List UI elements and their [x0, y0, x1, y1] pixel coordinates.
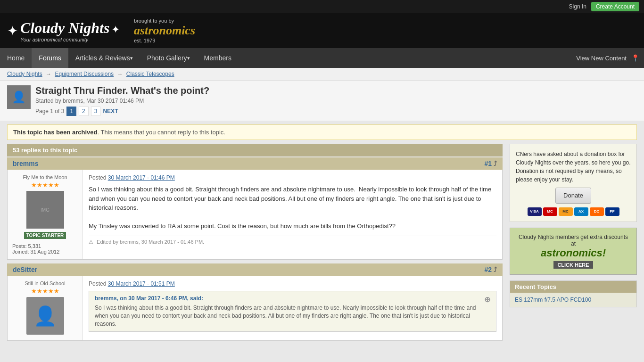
quote-header: bremms, on 30 Mar 2017 - 6:46 PM, said: …	[95, 295, 490, 302]
post-2-date-link[interactable]: 30 March 2017 - 01:51 PM	[108, 280, 175, 287]
amex-icon: AX	[574, 207, 588, 216]
astro-name: astronomics!	[516, 247, 631, 259]
archive-notice-text: . This means that you cannot reply to th…	[97, 129, 225, 136]
post-2-share-icon[interactable]: ⤴	[494, 266, 497, 273]
recent-topic-1[interactable]: ES 127mm f/7.5 APO FCD100	[515, 296, 632, 303]
quote-expand-button[interactable]: ⊕	[484, 295, 490, 304]
site-name: Cloudy Nights	[20, 19, 109, 36]
page-1-link[interactable]: 1	[66, 107, 76, 116]
card-icons: VISA MC MC AX DC PP	[516, 207, 631, 216]
nav-articles[interactable]: Articles & Reviews	[68, 48, 140, 68]
archive-notice-bold: This topic has been archived	[13, 129, 97, 136]
post-1-meta: Posts: 5,331 Joined: 31 Aug 2012	[12, 243, 78, 255]
post-2-content: Posted 30 March 2017 - 01:51 PM bremms, …	[83, 276, 502, 340]
topic-starter-badge: TOPIC STARTER	[24, 232, 66, 239]
post-2-rank: Still in Old School	[12, 280, 78, 286]
breadcrumb-equipment[interactable]: Equipment Discussions	[55, 71, 114, 77]
create-account-button[interactable]: Create Account	[591, 2, 639, 11]
visa-icon: VISA	[528, 207, 542, 216]
post-2-author-link[interactable]: deSitter	[13, 266, 37, 273]
mastercard-icon: MC	[543, 207, 557, 216]
edit-icon: ⚠	[89, 239, 93, 245]
breadcrumb-sep2: →	[117, 71, 124, 77]
post-1-text: So I was thinking about this a good bit.…	[89, 185, 496, 231]
logo[interactable]: ✦ Cloudy Nights ✦ Your astronomical comm…	[7, 19, 120, 42]
post-1-rank: Fly Me to the Moon	[12, 174, 78, 180]
recent-topics-box: Recent Topics ES 127mm f/7.5 APO FCD100	[510, 280, 637, 307]
post-1-author-link[interactable]: bremms	[13, 160, 38, 167]
top-bar: Sign In Create Account	[0, 0, 644, 13]
post-2-number-link[interactable]: #2	[485, 266, 492, 273]
page-of-label: Page 1 of 3	[35, 108, 64, 115]
donate-button[interactable]: Donate	[555, 188, 591, 204]
breadcrumb-home[interactable]: Cloudy Nights	[7, 71, 42, 77]
donation-text: CNers have asked about a donation box fo…	[516, 150, 631, 184]
topic-info: Straight Thru Finder. What's the point? …	[35, 85, 209, 116]
donation-box: CNers have asked about a donation box fo…	[510, 144, 637, 222]
post-2-header: deSitter #2 ⤴	[7, 263, 503, 276]
main-nav: Home Forums Articles & Reviews Photo Gal…	[0, 48, 644, 68]
post-2-date: Posted 30 March 2017 - 01:51 PM	[89, 280, 496, 287]
discover-icon: DC	[590, 207, 604, 216]
recent-topics-content: ES 127mm f/7.5 APO FCD100	[510, 293, 636, 307]
nav-right: View New Content 📍	[576, 48, 644, 68]
post-2-number: #2 ⤴	[485, 266, 497, 273]
content-area: 53 replies to this topic bremms #1 ⤴ Fly…	[7, 144, 503, 345]
sponsor-area: brought to you by astronomics est. 1979	[134, 18, 195, 43]
post-2-stars: ★★★★★	[12, 288, 78, 295]
post-1-date: Posted 30 March 2017 - 01:46 PM	[89, 174, 496, 181]
location-icon[interactable]: 📍	[631, 54, 639, 62]
paypal-icon: PP	[605, 207, 619, 216]
logo-area: ✦ Cloudy Nights ✦ Your astronomical comm…	[7, 18, 195, 43]
post-1-number: #1 ⤴	[485, 160, 497, 167]
post-1-author-panel: Fly Me to the Moon ★★★★★ IMG TOPIC START…	[8, 170, 83, 259]
post-1-header: bremms #1 ⤴	[7, 157, 503, 170]
breadcrumb-sep1: →	[46, 71, 53, 77]
main-layout: 53 replies to this topic bremms #1 ⤴ Fly…	[0, 144, 644, 352]
nav-members[interactable]: Members	[197, 48, 239, 68]
sponsor-name: astronomics	[134, 24, 195, 38]
recent-topics-title: Recent Topics	[510, 281, 636, 293]
post-2-author-panel: Still in Old School ★★★★★ 👤	[8, 276, 83, 340]
post-2-quote: bremms, on 30 Mar 2017 - 6:46 PM, said: …	[89, 291, 496, 332]
post-1-date-link[interactable]: 30 March 2017 - 01:46 PM	[108, 174, 175, 181]
nav-forums[interactable]: Forums	[32, 48, 68, 68]
page-2-link[interactable]: 2	[79, 107, 89, 116]
sponsor-prefix: brought to you by	[134, 18, 195, 24]
avatar-silhouette-icon: 👤	[33, 305, 57, 327]
post-1-number-link[interactable]: #1	[485, 160, 492, 167]
mastercard2-icon: MC	[559, 207, 573, 216]
breadcrumb-classic[interactable]: Classic Telescopes	[126, 71, 174, 77]
post-1-avatar: IMG	[26, 191, 64, 229]
sidebar: CNers have asked about a donation box fo…	[510, 144, 637, 345]
quote-text: So I was thinking about this a good bit.…	[95, 304, 490, 328]
click-here-button[interactable]: CLICK HERE	[553, 261, 593, 269]
post-1-stars: ★★★★★	[12, 181, 78, 189]
topic-title: Straight Thru Finder. What's the point?	[35, 85, 209, 96]
nav-home[interactable]: Home	[0, 48, 32, 68]
breadcrumb: Cloudy Nights → Equipment Discussions → …	[0, 68, 644, 81]
post-1-content: Posted 30 March 2017 - 01:46 PM So I was…	[83, 170, 502, 259]
page-next-link[interactable]: NEXT	[103, 108, 118, 115]
page-3-link[interactable]: 3	[91, 107, 101, 116]
site-tagline: Your astronomical community	[20, 37, 120, 42]
replies-bar: 53 replies to this topic	[7, 144, 503, 156]
post-1-edit-note: ⚠ Edited by bremms, 30 March 2017 - 01:4…	[89, 236, 496, 245]
topic-meta: Started by bremms, Mar 30 2017 01:46 PM	[35, 98, 209, 104]
sponsor-est: est. 1979	[134, 38, 195, 43]
pagination: Page 1 of 3 1 2 3 NEXT	[35, 107, 209, 116]
topic-avatar: 👤	[7, 85, 31, 109]
topic-header: 👤 Straight Thru Finder. What's the point…	[0, 81, 644, 121]
share-icon[interactable]: ⤴	[494, 160, 497, 167]
post-2-body: Still in Old School ★★★★★ 👤 Posted 30 Ma…	[7, 276, 503, 341]
archive-notice: This topic has been archived. This means…	[7, 124, 637, 140]
post-1-body: Fly Me to the Moon ★★★★★ IMG TOPIC START…	[7, 170, 503, 260]
astronomics-ad[interactable]: Cloudy Nights members get extra discount…	[510, 228, 637, 275]
nav-photo-gallery[interactable]: Photo Gallery	[140, 48, 197, 68]
site-header: ✦ Cloudy Nights ✦ Your astronomical comm…	[0, 13, 644, 48]
signin-link[interactable]: Sign In	[569, 3, 586, 10]
post-2-avatar: 👤	[26, 297, 64, 335]
astro-text: Cloudy Nights members get extra discount…	[516, 234, 631, 247]
nav-left: Home Forums Articles & Reviews Photo Gal…	[0, 48, 576, 68]
view-new-content-link[interactable]: View New Content	[576, 55, 627, 62]
